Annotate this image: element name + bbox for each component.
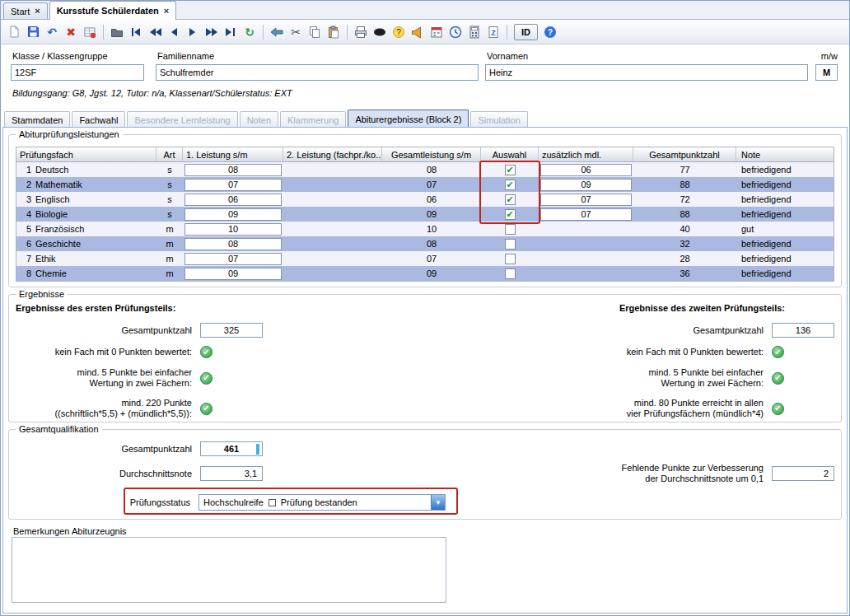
leistung1-input[interactable]: 08 bbox=[184, 164, 282, 176]
calculator-icon[interactable] bbox=[465, 23, 483, 41]
familienname-input[interactable] bbox=[156, 64, 479, 81]
status-checkbox-glyph bbox=[269, 499, 276, 506]
second-part-points-field[interactable]: 136 bbox=[772, 323, 834, 338]
leistung1-input[interactable]: 07 bbox=[184, 179, 282, 191]
gesamtpunktzahl-value: 40 bbox=[633, 222, 736, 236]
ergebnisse-groupbox: Ergebnisse Ergebnisse des ersten Prüfung… bbox=[8, 294, 842, 422]
doc-tab-start-label: Start bbox=[11, 7, 30, 16]
vornamen-label: Vornamen bbox=[487, 51, 528, 61]
exam-type: s bbox=[156, 162, 183, 177]
gesamtpunktzahl-value: 32 bbox=[633, 236, 736, 251]
tab-klammerung: Klammerung bbox=[280, 111, 346, 128]
col-pruefungsfach: Prüfungsfach bbox=[16, 147, 156, 161]
tab-simulation: Simulation bbox=[470, 111, 527, 128]
first-part-points-field[interactable]: 325 bbox=[200, 323, 263, 338]
leistung1-input[interactable]: 08 bbox=[184, 238, 282, 250]
leistung1-input[interactable]: 09 bbox=[184, 268, 282, 280]
auswahl-checkbox[interactable] bbox=[505, 254, 516, 264]
zusaetzlich-mdl-input[interactable]: 07 bbox=[540, 208, 632, 221]
total-points-field[interactable]: 461 bbox=[200, 441, 263, 456]
save-icon[interactable] bbox=[24, 23, 42, 41]
check-ok-icon: ✔ bbox=[772, 403, 784, 415]
tab-besondere-lernleistung: Besondere Lernleistung bbox=[127, 111, 237, 128]
gesamtleistung-value: 09 bbox=[382, 207, 481, 222]
leistung1-input[interactable]: 09 bbox=[184, 208, 282, 221]
leistung1-input[interactable]: 06 bbox=[184, 194, 282, 206]
subject-name: Biologie bbox=[35, 209, 68, 219]
id-button[interactable]: ID bbox=[514, 24, 538, 40]
auswahl-checkbox[interactable] bbox=[505, 239, 516, 250]
nav-last-icon[interactable] bbox=[222, 23, 240, 41]
auswahl-checkbox[interactable]: ✔ bbox=[505, 180, 516, 190]
tab-fachwahl[interactable]: Fachwahl bbox=[72, 111, 125, 128]
nav-first-icon[interactable] bbox=[127, 23, 145, 41]
copy-icon[interactable] bbox=[306, 23, 324, 41]
vornamen-input[interactable] bbox=[485, 64, 808, 81]
exam-table-row: 2Mathematik s 07 07 ✔ 09 88 befriedigend bbox=[16, 177, 834, 192]
delete-icon[interactable]: ✖ bbox=[62, 23, 80, 41]
auswahl-checkbox[interactable]: ✔ bbox=[505, 165, 516, 175]
undo-icon[interactable]: ↶ bbox=[43, 23, 61, 41]
subject-name: Mathematik bbox=[35, 180, 82, 189]
back-arrow-icon[interactable] bbox=[268, 23, 286, 41]
remarks-textarea[interactable] bbox=[12, 537, 446, 603]
print-icon[interactable] bbox=[352, 23, 370, 41]
pruefungsstatus-label: Prüfungsstatus bbox=[16, 497, 190, 508]
help-icon[interactable]: ? bbox=[541, 23, 559, 41]
preview-icon[interactable] bbox=[371, 23, 389, 41]
auswahl-checkbox[interactable] bbox=[505, 268, 516, 279]
announcement-icon[interactable] bbox=[409, 23, 427, 41]
nav-next-icon[interactable] bbox=[184, 23, 202, 41]
leistung1-input[interactable]: 10 bbox=[184, 223, 282, 236]
tab-stammdaten[interactable]: Stammdaten bbox=[4, 111, 70, 128]
pruefungsstatus-select[interactable]: Hochschulreife Prüfung bestanden ▼ bbox=[198, 494, 446, 511]
check-label: mind. 80 Punkte erreicht in allen vier P… bbox=[563, 398, 764, 419]
hint-icon[interactable]: ? bbox=[390, 23, 408, 41]
tab-noten: Noten bbox=[240, 111, 278, 128]
missing-points-field[interactable]: 2 bbox=[772, 466, 834, 481]
new-document-icon[interactable] bbox=[5, 23, 23, 41]
open-folder-icon[interactable] bbox=[108, 23, 126, 41]
familienname-label: Familienname bbox=[157, 51, 214, 61]
nav-fast-next-icon[interactable] bbox=[203, 23, 221, 41]
auswahl-checkbox[interactable]: ✔ bbox=[505, 194, 516, 205]
exam-table-row: 5Französisch m 10 10 40 gut bbox=[16, 222, 834, 236]
zusaetzlich-mdl-input[interactable]: 07 bbox=[540, 194, 632, 206]
close-icon[interactable]: × bbox=[164, 7, 169, 16]
leistung2-cell bbox=[283, 236, 382, 251]
doc-tab-kursstufe-schuelerdaten[interactable]: Kursstufe Schülerdaten × bbox=[49, 1, 177, 20]
note-value: befriedigend bbox=[736, 207, 834, 222]
paste-icon[interactable] bbox=[325, 23, 343, 41]
mw-input[interactable] bbox=[815, 64, 838, 81]
status-value-part2: Prüfung bestanden bbox=[281, 497, 357, 507]
check-ok-icon: ✔ bbox=[200, 372, 212, 385]
exam-table-row: 4Biologie s 09 09 ✔ 07 88 befriedigend bbox=[16, 207, 834, 222]
doc-tab-start[interactable]: Start × bbox=[3, 2, 48, 19]
exam-type: m bbox=[156, 266, 183, 281]
nav-prev-icon[interactable] bbox=[165, 23, 183, 41]
row-number: 4 bbox=[16, 209, 31, 219]
close-icon[interactable]: × bbox=[35, 7, 40, 16]
auswahl-checkbox[interactable]: ✔ bbox=[505, 209, 516, 220]
report-icon[interactable]: Z bbox=[484, 23, 502, 41]
nav-fast-prev-icon[interactable] bbox=[146, 23, 164, 41]
gesamtpunktzahl-value: 77 bbox=[633, 162, 736, 177]
text-cursor bbox=[256, 444, 259, 455]
leistung2-cell bbox=[283, 192, 382, 207]
edit-record-icon[interactable] bbox=[81, 23, 99, 41]
average-grade-field[interactable]: 3,1 bbox=[200, 466, 263, 481]
exam-type: m bbox=[156, 251, 183, 266]
refresh-icon[interactable]: ↻ bbox=[241, 23, 259, 41]
row-number: 1 bbox=[16, 165, 31, 175]
klasse-input[interactable] bbox=[11, 64, 144, 81]
cut-icon[interactable]: ✂ bbox=[287, 23, 305, 41]
clock-icon[interactable] bbox=[446, 23, 465, 41]
dropdown-arrow-icon[interactable]: ▼ bbox=[431, 495, 445, 510]
zusaetzlich-mdl-input[interactable]: 09 bbox=[540, 179, 632, 191]
leistung1-input[interactable]: 07 bbox=[184, 253, 282, 265]
gesamtpunktzahl-value: 72 bbox=[633, 192, 736, 207]
zusaetzlich-mdl-input[interactable]: 06 bbox=[540, 164, 632, 176]
planner-icon[interactable] bbox=[427, 23, 446, 41]
auswahl-checkbox[interactable] bbox=[505, 224, 516, 235]
tab-abiturergebnisse-block2[interactable]: Abiturergebnisse (Block 2) bbox=[348, 110, 469, 128]
